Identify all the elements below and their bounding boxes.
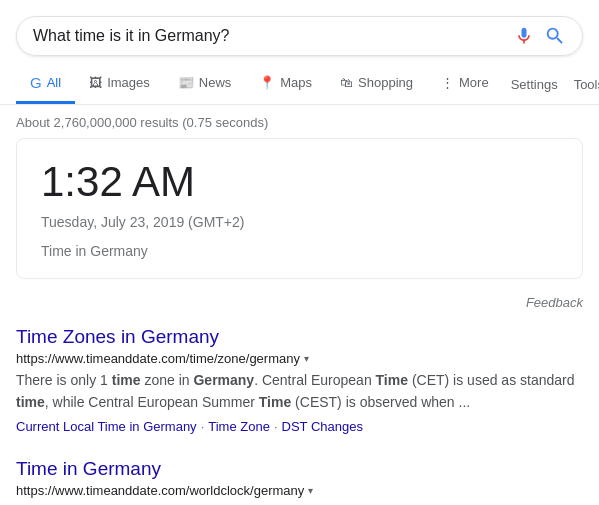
time-location: Time in Germany xyxy=(41,240,558,262)
result-url-1: https://www.timeanddate.com/worldclock/g… xyxy=(16,483,304,498)
maps-icon: 📍 xyxy=(259,75,275,90)
tab-shopping[interactable]: 🛍 Shopping xyxy=(326,65,427,103)
result-links-0: Current Local Time in Germany·Time Zone·… xyxy=(16,419,583,434)
result-title-1[interactable]: Time in Germany xyxy=(16,458,583,480)
settings-link[interactable]: Settings xyxy=(503,67,566,102)
link-dot: · xyxy=(201,419,205,434)
search-bar-area: What time is it in Germany? xyxy=(0,0,599,56)
result-url-row-1: https://www.timeanddate.com/worldclock/g… xyxy=(16,483,583,498)
time-date-line: Tuesday, July 23, 2019 (GMT+2) xyxy=(41,211,558,233)
tab-maps-label: Maps xyxy=(280,75,312,90)
result-sublink-0-1[interactable]: Time Zone xyxy=(208,419,270,434)
images-icon: 🖼 xyxy=(89,75,102,90)
result-url-dropdown-0[interactable]: ▾ xyxy=(304,353,309,364)
search-box: What time is it in Germany? xyxy=(16,16,583,56)
search-result-1: Time in Germanyhttps://www.timeanddate.c… xyxy=(0,450,599,505)
search-icon[interactable] xyxy=(544,25,566,47)
tab-all[interactable]: G All xyxy=(16,64,75,104)
tab-more[interactable]: ⋮ More xyxy=(427,65,503,103)
tab-more-label: More xyxy=(459,75,489,90)
news-icon: 📰 xyxy=(178,75,194,90)
nav-tabs: G All 🖼 Images 📰 News 📍 Maps 🛍 Shopping … xyxy=(0,56,599,105)
result-snippet-0: There is only 1 time zone in Germany. Ce… xyxy=(16,370,583,413)
search-result-0: Time Zones in Germanyhttps://www.timeand… xyxy=(0,318,599,450)
tools-link[interactable]: Tools xyxy=(566,67,599,102)
tab-shopping-label: Shopping xyxy=(358,75,413,90)
time-display: 1:32 AM xyxy=(41,159,558,205)
result-url-row-0: https://www.timeanddate.com/time/zone/ge… xyxy=(16,351,583,366)
tab-images[interactable]: 🖼 Images xyxy=(75,65,164,103)
all-tab-icon: G xyxy=(30,74,42,91)
result-title-0[interactable]: Time Zones in Germany xyxy=(16,326,583,348)
tab-news[interactable]: 📰 News xyxy=(164,65,246,103)
tab-maps[interactable]: 📍 Maps xyxy=(245,65,326,103)
feedback-area: Feedback xyxy=(0,291,599,318)
time-card: 1:32 AM Tuesday, July 23, 2019 (GMT+2) T… xyxy=(16,138,583,279)
microphone-icon[interactable] xyxy=(514,26,534,46)
result-sublink-0-2[interactable]: DST Changes xyxy=(282,419,363,434)
search-icons xyxy=(514,25,566,47)
shopping-icon: 🛍 xyxy=(340,75,353,90)
tab-news-label: News xyxy=(199,75,232,90)
tab-all-label: All xyxy=(47,75,61,90)
result-url-dropdown-1[interactable]: ▾ xyxy=(308,485,313,496)
link-dot: · xyxy=(274,419,278,434)
results-container: Time Zones in Germanyhttps://www.timeand… xyxy=(0,318,599,505)
search-input[interactable]: What time is it in Germany? xyxy=(33,27,514,45)
results-count: About 2,760,000,000 results (0.75 second… xyxy=(0,105,599,138)
tab-images-label: Images xyxy=(107,75,150,90)
feedback-link[interactable]: Feedback xyxy=(526,295,583,310)
more-dots-icon: ⋮ xyxy=(441,75,454,90)
result-sublink-0-0[interactable]: Current Local Time in Germany xyxy=(16,419,197,434)
result-url-0: https://www.timeanddate.com/time/zone/ge… xyxy=(16,351,300,366)
